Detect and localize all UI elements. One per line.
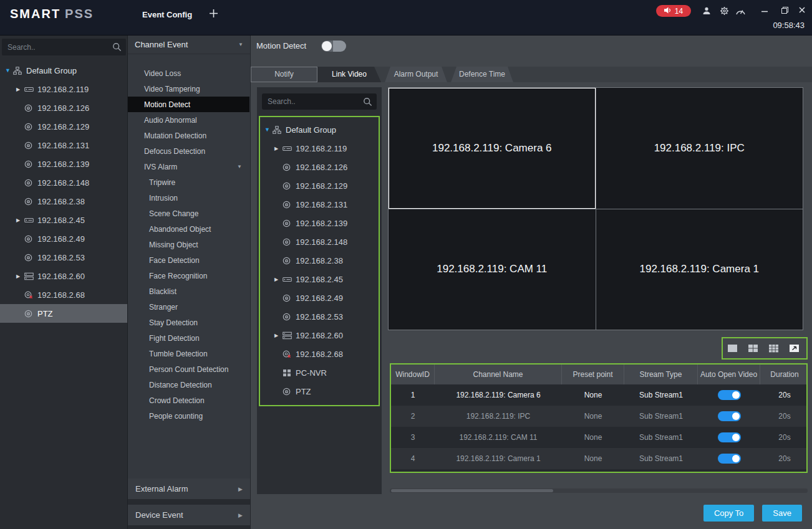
search-icon[interactable]	[112, 42, 122, 54]
table-row[interactable]: 3192.168.2.119: CAM 11NoneSub Stream120s	[391, 427, 806, 448]
sidebar-tree-item-192-168-2-148[interactable]: 192.168.2.148	[0, 173, 127, 192]
gear-icon[interactable]	[717, 5, 731, 16]
channel-tree-item-192-168-2-148[interactable]: 192.168.2.148	[260, 232, 379, 251]
sidebar-tree-item-192-168-2-45[interactable]: ▶192.168.2.45	[0, 211, 127, 229]
sidebar-tree-item-ptz[interactable]: PTZ	[0, 304, 127, 323]
motion-detect-toggle[interactable]	[321, 41, 346, 52]
event-item-tumble-detection[interactable]: Tumble Detection	[128, 346, 249, 361]
maximize-button[interactable]	[777, 4, 792, 16]
table-row[interactable]: 4192.168.2.119: Camera 1NoneSub Stream12…	[391, 448, 806, 469]
event-item-defocus-detection[interactable]: Defocus Detection	[128, 143, 249, 159]
performance-gauge-icon[interactable]	[733, 5, 747, 16]
fullscreen-button[interactable]	[786, 343, 801, 354]
sidebar-tree-item-192-168-2-68[interactable]: 192.168.2.68	[0, 285, 127, 304]
tab-event-config[interactable]: Event Config	[142, 10, 192, 19]
sidebar-tree-item-192-168-2-38[interactable]: 192.168.2.38	[0, 192, 127, 211]
video-window-2[interactable]: 192.168.2.119: IPC	[596, 88, 803, 209]
event-item-missing-object[interactable]: Missing Object	[128, 237, 249, 252]
channel-tree-item-192-168-2-126[interactable]: 192.168.2.126	[260, 158, 379, 176]
sidebar-tree-item-192-168-2-60[interactable]: ▶192.168.2.60	[0, 267, 127, 285]
expand-arrow-icon[interactable]: ▶	[16, 87, 24, 92]
user-icon[interactable]	[700, 5, 713, 16]
tab-defence-time[interactable]: Defence Time	[451, 67, 513, 82]
expand-arrow-icon[interactable]: ▶	[16, 217, 24, 223]
event-item-abandoned-object[interactable]: Abandoned Object	[128, 221, 249, 237]
scrollbar-thumb[interactable]	[391, 489, 553, 492]
sidebar-tree-item-192-168-2-129[interactable]: 192.168.2.129	[0, 117, 127, 136]
close-button[interactable]	[795, 4, 810, 16]
collapse-arrow-icon[interactable]: ▼	[264, 126, 273, 133]
sidebar-tree-item-192-168-2-49[interactable]: 192.168.2.49	[0, 229, 127, 248]
event-item-person-count-detection[interactable]: Person Count Detection	[128, 361, 249, 377]
auto-open-toggle[interactable]	[718, 454, 741, 464]
event-item-face-detection[interactable]: Face Detection	[128, 252, 249, 268]
sidebar-tree-item-192-168-2-139[interactable]: 192.168.2.139	[0, 155, 127, 173]
save-button[interactable]: Save	[762, 505, 802, 522]
channel-tree-item-192-168-2-45[interactable]: ▶192.168.2.45	[260, 270, 379, 288]
event-item-face-recognition[interactable]: Face Recognition	[128, 268, 249, 284]
channel-tree-root-item[interactable]: ▼Default Group	[260, 120, 379, 139]
sidebar-tree-item-192-168-2-126[interactable]: 192.168.2.126	[0, 98, 127, 117]
channel-search-input[interactable]	[262, 93, 377, 110]
event-item-crowd-detection[interactable]: Crowd Detection	[128, 393, 249, 408]
sidebar-search-input[interactable]	[2, 39, 126, 55]
tab-link-video[interactable]: Link Video	[317, 67, 381, 82]
event-item-tripwire[interactable]: Tripwire	[128, 174, 249, 190]
event-item-blacklist[interactable]: Blacklist	[128, 284, 249, 299]
auto-open-toggle[interactable]	[718, 432, 741, 442]
video-window-3[interactable]: 192.168.2.119: CAM 11	[389, 209, 596, 330]
event-item-stranger[interactable]: Stranger	[128, 299, 249, 315]
layout-4-window-button[interactable]	[745, 343, 760, 354]
channel-tree-item-pc-nvr[interactable]: PC-NVR	[260, 363, 379, 382]
event-item-audio-abnormal[interactable]: Audio Abnormal	[128, 112, 249, 128]
auto-open-toggle[interactable]	[718, 411, 741, 421]
event-item-video-loss[interactable]: Video Loss	[128, 65, 249, 81]
event-item-fight-detection[interactable]: Fight Detection	[128, 330, 249, 346]
sidebar-tree-item-192-168-2-131[interactable]: 192.168.2.131	[0, 136, 127, 155]
search-icon[interactable]	[363, 97, 372, 109]
minimize-button[interactable]	[757, 4, 772, 16]
new-tab-button[interactable]	[207, 7, 220, 19]
channel-tree-item-192-168-2-53[interactable]: 192.168.2.53	[260, 307, 379, 326]
event-item-scene-change[interactable]: Scene Change	[128, 206, 249, 221]
event-item-ivs-alarm[interactable]: IVS Alarm▼	[128, 159, 249, 174]
event-item-stay-detection[interactable]: Stay Detection	[128, 315, 249, 330]
horizontal-scrollbar[interactable]	[390, 488, 808, 493]
channel-tree-item-192-168-2-139[interactable]: 192.168.2.139	[260, 214, 379, 232]
auto-open-toggle[interactable]	[718, 390, 741, 400]
event-item-motion-detect[interactable]: Motion Detect	[128, 97, 249, 112]
table-row[interactable]: 1192.168.2.119: Camera 6NoneSub Stream12…	[391, 384, 806, 406]
expand-arrow-icon[interactable]: ▶	[274, 146, 283, 151]
channel-tree-item-192-168-2-129[interactable]: 192.168.2.129	[260, 176, 379, 195]
external-alarm-item[interactable]: External Alarm ▶	[128, 479, 250, 499]
collapse-arrow-icon[interactable]: ▼	[5, 67, 13, 74]
expand-arrow-icon[interactable]: ▶	[274, 277, 283, 282]
channel-tree-item-192-168-2-49[interactable]: 192.168.2.49	[260, 288, 379, 307]
channel-tree-item-192-168-2-119[interactable]: ▶192.168.2.119	[260, 139, 379, 158]
channel-tree-item-ptz[interactable]: PTZ	[260, 382, 379, 401]
sidebar-tree-root-item[interactable]: ▼Default Group	[0, 61, 127, 80]
event-item-distance-detection[interactable]: Distance Detection	[128, 377, 249, 393]
event-item-intrusion[interactable]: Intrusion	[128, 190, 249, 206]
event-item-video-tampering[interactable]: Video Tampering	[128, 81, 249, 97]
tab-notify[interactable]: Notify	[251, 67, 317, 82]
expand-arrow-icon[interactable]: ▶	[274, 333, 283, 338]
layout-9-window-button[interactable]	[766, 343, 781, 354]
sidebar-tree-item-192-168-2-53[interactable]: 192.168.2.53	[0, 248, 127, 267]
alarm-notification-badge[interactable]: 14	[656, 5, 691, 17]
channel-tree-item-192-168-2-68[interactable]: 192.168.2.68	[260, 345, 379, 363]
video-window-4[interactable]: 192.168.2.119: Camera 1	[596, 209, 803, 330]
video-window-1[interactable]: 192.168.2.119: Camera 6	[389, 88, 596, 209]
layout-1-window-button[interactable]	[725, 343, 740, 354]
channel-tree-item-192-168-2-60[interactable]: ▶192.168.2.60	[260, 326, 379, 345]
channel-tree-item-192-168-2-131[interactable]: 192.168.2.131	[260, 195, 379, 214]
channel-event-dropdown[interactable]: Channel Event ▼	[128, 36, 250, 54]
table-row[interactable]: 2192.168.2.119: IPCNoneSub Stream120s	[391, 406, 806, 427]
tab-alarm-output[interactable]: Alarm Output	[385, 67, 447, 82]
channel-tree-item-192-168-2-38[interactable]: 192.168.2.38	[260, 251, 379, 270]
expand-arrow-icon[interactable]: ▶	[16, 274, 24, 279]
event-item-people-counting[interactable]: People counting	[128, 408, 249, 424]
event-item-mutation-detection[interactable]: Mutation Detection	[128, 128, 249, 143]
sidebar-tree-item-192-168-2-119[interactable]: ▶192.168.2.119	[0, 80, 127, 98]
copy-to-button[interactable]: Copy To	[703, 505, 754, 522]
